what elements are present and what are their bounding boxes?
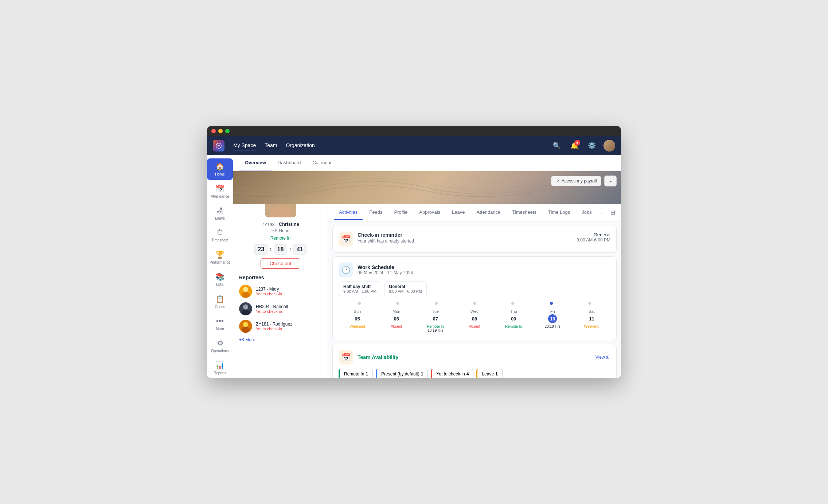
sidebar-item-performance[interactable]: 🏆 Performance	[207, 247, 233, 268]
app-window: My Space Team Organization 🔍 🔔 6 ⚙️ 🏠 Ho…	[207, 126, 621, 378]
day-wed: Wed 08 Absent	[456, 308, 493, 334]
maximize-dot[interactable]	[225, 129, 230, 133]
shift-tag-halfday: Half day shift 9:00 AM - 1:00 PM	[339, 281, 381, 296]
tab-approvals[interactable]: Approvals	[414, 205, 445, 220]
sidebar-item-cases[interactable]: 📋 Cases	[207, 291, 233, 312]
svg-point-12	[243, 322, 248, 327]
schedule-title: Work Schedule	[358, 264, 413, 270]
checkin-reminder-card: 📅 Check-in reminder Your shift has alrea…	[332, 226, 617, 253]
hero-actions: ↗ Access my payroll ···	[551, 176, 617, 186]
tab-jobs[interactable]: Jobs	[577, 205, 597, 220]
sidebar-label-timesheet: Timesheet	[211, 238, 228, 242]
attendance-icon: 📅	[215, 184, 224, 193]
schedule-dates: 05-May-2024 - 11-May-2024	[358, 270, 413, 275]
sidebar-label-cases: Cases	[215, 305, 225, 309]
reportee-info: 1237 · Mary Yet to check-in	[256, 287, 282, 296]
avail-tag-remote: Remote In 1	[339, 369, 373, 378]
reportee-info: HR204 · Randall Yet to check-in	[256, 304, 288, 314]
profile-panel: ZY198 · Christine HR Head Remote In 23 :…	[233, 204, 328, 378]
performance-icon: 🏆	[215, 250, 224, 259]
sidebar-item-operations[interactable]: ⚙ Operations	[207, 335, 233, 357]
main-layout: 🏠 Home 📅 Attendance 🏖 Leave ⏱ Timesheet …	[207, 155, 621, 378]
tab-dashboard[interactable]: Dashboard	[272, 155, 307, 170]
sidebar-item-more[interactable]: ••• More	[207, 313, 233, 334]
tab-timesheets[interactable]: Timesheets	[507, 205, 542, 220]
svg-point-7	[242, 292, 250, 298]
remote-status-badge: Remote In	[270, 236, 290, 241]
reportees-more-link[interactable]: +8 More	[239, 337, 322, 342]
nav-organization[interactable]: Organization	[286, 141, 315, 150]
reportee-item: 1237 · Mary Yet to check-in	[239, 285, 322, 298]
sidebar-item-attendance[interactable]: 📅 Attendance	[207, 181, 233, 202]
sidebar-item-reports[interactable]: 📊 Reports	[207, 357, 233, 378]
week-timeline	[339, 302, 610, 305]
hero-banner: ↗ Access my payroll ···	[233, 171, 621, 204]
availability-icon: 📅	[339, 350, 353, 365]
sidebar-item-lms[interactable]: 📚 LMS	[207, 269, 233, 290]
svg-rect-1	[265, 204, 296, 217]
sidebar-label-attendance: Attendance	[211, 194, 229, 198]
filter-icon[interactable]: ⊞	[610, 209, 615, 216]
reportee-status-randall: Yet to check-in	[256, 309, 288, 314]
checkout-button[interactable]: Check-out	[261, 258, 300, 269]
seconds-display: 41	[293, 244, 306, 255]
schedule-icon: 🕐	[339, 263, 353, 277]
checkin-type: General	[577, 232, 610, 237]
notifications-btn[interactable]: 🔔 6	[569, 140, 580, 151]
tab-calendar[interactable]: Calendar	[306, 155, 337, 170]
reportees-section: Reportees 1237 ·	[239, 275, 322, 342]
titlebar	[207, 126, 621, 136]
top-nav-items: My Space Team Organization	[233, 141, 542, 150]
profile-avatar	[264, 204, 297, 218]
app-logo[interactable]	[213, 140, 224, 151]
avail-tag-leave: Leave 1	[476, 369, 502, 378]
tab-attendance[interactable]: Attendance	[472, 205, 506, 220]
sidebar-item-leave[interactable]: 🏖 Leave	[207, 203, 233, 224]
minimize-dot[interactable]	[218, 129, 223, 133]
sidebar-label-more: More	[216, 327, 224, 331]
tab-activities[interactable]: Activities	[334, 205, 363, 220]
checkin-title: Check-in reminder	[358, 232, 572, 238]
reportee-item: HR204 · Randall Yet to check-in	[239, 302, 322, 315]
content-tabs: Activities Feeds Profile Approvals Leave…	[328, 204, 621, 221]
reportee-status-rodriguez: Yet to check-in	[256, 327, 292, 331]
reportee-avatar-rodriguez	[239, 320, 252, 333]
work-schedule-card: 🕐 Work Schedule 05-May-2024 - 11-May-202…	[332, 256, 617, 340]
reportee-name-randall: HR204 · Randall	[256, 304, 288, 309]
leave-label: Leave	[482, 371, 494, 377]
settings-btn[interactable]: ⚙️	[586, 140, 598, 151]
svg-point-10	[242, 310, 250, 315]
nav-myspace[interactable]: My Space	[233, 141, 256, 150]
nav-team[interactable]: Team	[265, 141, 277, 150]
profile-title: HR Head	[272, 228, 289, 233]
reportee-info: ZY181 · Rodriguez Yet to check-in	[256, 322, 292, 331]
tab-leave[interactable]: Leave	[447, 205, 470, 220]
tab-overview[interactable]: Overview	[239, 155, 272, 170]
search-btn[interactable]: 🔍	[551, 140, 563, 151]
user-avatar-btn[interactable]	[604, 140, 615, 151]
shift-tag-general: General 9:00 AM - 6:00 PM	[384, 281, 427, 296]
sidebar-item-home[interactable]: 🏠 Home	[207, 158, 233, 180]
sidebar-label-performance: Performance	[210, 260, 230, 264]
profile-code: ZY198	[262, 222, 274, 227]
week-grid: Sun 05 Weekend Mon 06 Absent	[339, 308, 610, 334]
availability-view-all[interactable]: View all	[595, 355, 610, 360]
checkin-right: General 9:00 AM-6:00 PM	[577, 232, 610, 243]
day-tue: Tue 07 Remote In 13:19 Hrs	[417, 308, 454, 334]
time-display: 23 : 18 : 41	[254, 244, 306, 255]
tab-profile[interactable]: Profile	[389, 205, 413, 220]
close-dot[interactable]	[211, 129, 216, 133]
day-mon: Mon 06 Absent	[378, 308, 415, 334]
checkin-icon: 📅	[339, 232, 353, 247]
day-thu: Thu 09 Remote In	[495, 308, 532, 334]
tabs-more-icon[interactable]: ···	[600, 210, 604, 216]
access-payroll-button[interactable]: ↗ Access my payroll	[551, 176, 602, 186]
hero-more-button[interactable]: ···	[604, 176, 617, 186]
payroll-label: Access my payroll	[562, 178, 597, 184]
checkin-info: Check-in reminder Your shift has already…	[358, 232, 572, 244]
profile-name: Christine	[279, 221, 299, 227]
tab-timelogs[interactable]: Time Logs	[543, 205, 575, 220]
sidebar-item-timesheet[interactable]: ⏱ Timesheet	[207, 225, 233, 246]
tab-feeds[interactable]: Feeds	[364, 205, 387, 220]
checkin-time: 9:00 AM-6:00 PM	[577, 237, 610, 243]
